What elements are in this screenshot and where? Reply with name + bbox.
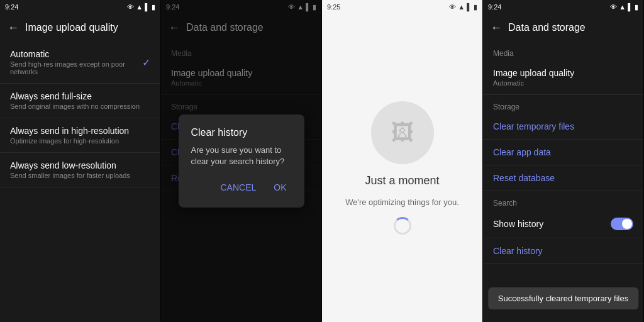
status-time-1: 9:24 <box>5 3 18 11</box>
option-low-res-title: Always send low-resolution <box>10 160 130 170</box>
content-4: Media Image upload quality Automatic Sto… <box>483 42 643 322</box>
show-history-item[interactable]: Show history <box>483 210 643 238</box>
clear-temp-files-4[interactable]: Clear temporary files <box>483 114 643 140</box>
top-bar-4: ← Data and storage <box>483 14 643 42</box>
media-image-quality-4[interactable]: Image upload quality Automatic <box>483 60 643 95</box>
screen-title-1: Image upload quality <box>25 22 118 33</box>
panel-data-storage-2: 9:24 👁 ▲ ▌ ▮ ← Data and storage Media Im… <box>483 0 644 322</box>
back-button-4[interactable]: ← <box>491 21 502 35</box>
clear-app-data-4[interactable]: Clear app data <box>483 140 643 165</box>
screen-title-4: Data and storage <box>508 22 586 33</box>
loading-placeholder-icon: 🖼 <box>391 119 414 146</box>
dialog-overlay: Clear history Are you sure you want to c… <box>161 0 321 322</box>
option-automatic[interactable]: Automatic Send high-res images except on… <box>0 42 160 84</box>
loading-spinner <box>394 217 411 235</box>
clear-temp-title-4: Clear temporary files <box>493 121 574 131</box>
status-bar-1: 9:24 👁 ▲ ▌ ▮ <box>0 0 160 14</box>
dialog-cancel-button[interactable]: CANCEL <box>215 180 261 195</box>
clear-history-4[interactable]: Clear history <box>483 238 643 264</box>
content-1: Automatic Send high-res images except on… <box>0 42 160 322</box>
wifi-icon-3: ▲ <box>458 3 465 11</box>
dialog-title: Clear history <box>191 127 292 138</box>
signal-icon-4: ▌ <box>628 3 633 11</box>
panel-data-storage: 9:24 👁 ▲ ▌ ▮ ← Data and storage Media Im… <box>161 0 322 322</box>
loading-title: Just a moment <box>365 174 439 187</box>
option-automatic-title: Automatic <box>10 49 142 59</box>
option-automatic-subtitle: Send high-res images except on poor netw… <box>10 60 142 75</box>
image-quality-title-4: Image upload quality <box>493 68 574 78</box>
status-bar-3: 9:25 👁 ▲ ▌ ▮ <box>322 0 482 14</box>
status-time-4: 9:24 <box>488 3 501 11</box>
snackbar: Successfully cleared temporary files <box>488 287 638 309</box>
clear-app-data-title-4: Clear app data <box>493 147 551 157</box>
reset-db-title-4: Reset database <box>493 173 555 183</box>
option-full-size-title: Always send full-size <box>10 91 140 101</box>
loading-subtitle: We're optimizing things for you. <box>345 197 459 207</box>
option-high-res-title: Always send in high-resolution <box>10 126 129 136</box>
wifi-icon-4: ▲ <box>619 3 626 11</box>
dialog-actions: CANCEL OK <box>191 180 292 195</box>
eye-icon: 👁 <box>127 3 134 11</box>
status-time-3: 9:25 <box>327 3 340 11</box>
clear-history-title-4: Clear history <box>493 246 543 256</box>
image-quality-value-4: Automatic <box>493 79 574 87</box>
battery-icon-3: ▮ <box>474 3 477 11</box>
signal-icon-3: ▌ <box>467 3 472 11</box>
top-bar-1: ← Image upload quality <box>0 14 160 42</box>
clear-history-dialog: Clear history Are you sure you want to c… <box>179 114 304 208</box>
eye-icon-3: 👁 <box>449 3 456 11</box>
show-history-title: Show history <box>493 219 543 229</box>
section-storage-4: Storage <box>483 95 643 114</box>
check-icon-automatic: ✓ <box>142 57 150 69</box>
option-full-size[interactable]: Always send full-size Send original imag… <box>0 84 160 118</box>
option-full-size-subtitle: Send original images with no compression <box>10 103 140 110</box>
section-search-4: Search <box>483 191 643 210</box>
option-high-resolution[interactable]: Always send in high-resolution Optimize … <box>0 118 160 153</box>
battery-icon: ▮ <box>152 3 155 11</box>
reset-database-4[interactable]: Reset database <box>483 165 643 191</box>
status-icons-4: 👁 ▲ ▌ ▮ <box>610 3 638 11</box>
option-low-resolution[interactable]: Always send low-resolution Send smaller … <box>0 153 160 187</box>
dialog-body: Are you sure you want to clear your sear… <box>191 145 292 167</box>
panel-image-quality: 9:24 👁 ▲ ▌ ▮ ← Image upload quality Auto… <box>0 0 161 322</box>
status-bar-4: 9:24 👁 ▲ ▌ ▮ <box>483 0 643 14</box>
back-button-1[interactable]: ← <box>8 21 19 35</box>
panel-loading: 9:25 👁 ▲ ▌ ▮ 🖼 Just a moment We're optim… <box>322 0 483 322</box>
wifi-icon: ▲ <box>136 3 143 11</box>
toggle-knob <box>622 219 632 229</box>
status-icons-1: 👁 ▲ ▌ ▮ <box>127 3 155 11</box>
battery-icon-4: ▮ <box>635 3 638 11</box>
section-media-4: Media <box>483 42 643 60</box>
loading-circle: 🖼 <box>371 101 434 164</box>
eye-icon-4: 👁 <box>610 3 617 11</box>
dialog-ok-button[interactable]: OK <box>269 180 291 195</box>
status-icons-3: 👁 ▲ ▌ ▮ <box>449 3 477 11</box>
option-high-res-subtitle: Optimize images for high-resolution <box>10 137 129 145</box>
loading-content: 🖼 Just a moment We're optimizing things … <box>322 14 482 322</box>
option-low-res-subtitle: Send smaller images for faster uploads <box>10 172 130 179</box>
signal-icon: ▌ <box>145 3 150 11</box>
show-history-toggle[interactable] <box>611 218 633 230</box>
